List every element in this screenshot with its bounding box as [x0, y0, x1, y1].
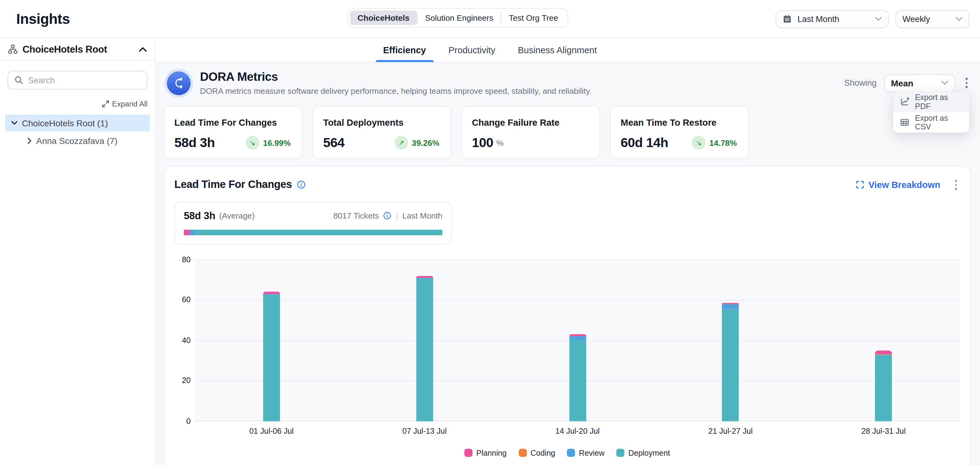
period-select-value: Last Month [798, 14, 839, 23]
y-axis-label: 80 [174, 255, 191, 264]
main-area: Efficiency Productivity Business Alignme… [156, 38, 980, 465]
chevron-down-icon [956, 17, 963, 21]
average-value: 58d 3h [184, 210, 215, 221]
gridline [195, 259, 960, 260]
bar-segment-review[interactable] [569, 336, 586, 340]
bar-2[interactable] [416, 276, 433, 421]
tree-item-label: ChoiceHotels Root (1) [22, 118, 108, 128]
section-title: Lead Time For Changes [174, 179, 292, 191]
metric-card-change-failure-rate: Change Failure Rate 100 % [461, 106, 600, 159]
progress-segment-planning [184, 229, 190, 235]
insights-app: Insights ChoiceHotels Solution Engineers… [0, 0, 980, 465]
average-label: (Average) [219, 211, 255, 220]
bar-segment-planning[interactable] [569, 334, 586, 336]
progress-segment-deployment [194, 229, 442, 235]
legend-swatch [465, 449, 473, 457]
view-breakdown-button[interactable]: View Breakdown [856, 180, 940, 190]
search-box [8, 70, 148, 89]
info-icon[interactable] [383, 211, 391, 219]
legend-item-planning[interactable]: Planning [465, 449, 507, 457]
y-axis-label: 60 [174, 296, 191, 304]
bar-segment-deployment[interactable] [722, 310, 739, 421]
granularity-select[interactable]: Weekly [896, 10, 969, 28]
period-select[interactable]: Last Month [776, 10, 889, 28]
calendar-icon [783, 14, 792, 23]
bar-segment-deployment[interactable] [263, 295, 280, 421]
menu-item-label: Export as CSV [915, 113, 963, 131]
menu-item-export-csv[interactable]: Export as CSV [893, 112, 969, 133]
trend-percent: 14.78% [709, 138, 737, 147]
dora-header: DORA Metrics DORA metrics measure softwa… [164, 70, 971, 96]
bar-4[interactable] [722, 303, 739, 421]
chevron-down-icon [11, 121, 18, 125]
tree-item-anna-scozzafava[interactable]: Anna Scozzafava (7) [8, 133, 148, 149]
org-tab-test-org-tree[interactable]: Test Org Tree [501, 11, 566, 25]
topbar-controls: Last Month Weekly [776, 10, 969, 28]
legend-swatch [616, 449, 624, 457]
trend-percent: 16.99% [263, 138, 291, 147]
tab-efficiency[interactable]: Efficiency [383, 38, 426, 62]
expand-corners-icon [856, 181, 864, 189]
trend-badge: ↘ 16.99% [245, 136, 291, 150]
legend-item-deployment[interactable]: Deployment [616, 449, 670, 457]
tab-productivity[interactable]: Productivity [449, 38, 496, 62]
chart-kebab-menu-icon[interactable] [951, 177, 960, 193]
search-input[interactable] [28, 75, 141, 85]
legend-label: Planning [476, 449, 507, 457]
trend-badge: ↘ 14.78% [692, 136, 737, 150]
bar-segment-planning[interactable] [263, 292, 280, 294]
legend-label: Deployment [628, 449, 670, 457]
showing-select[interactable]: Mean [884, 74, 955, 92]
info-icon[interactable] [297, 181, 306, 189]
chevron-right-icon [27, 138, 32, 144]
metric-card-mean-time-to-restore: Mean Time To Restore 60d 14h ↘ 14.78% [610, 106, 749, 159]
tree-item-choicehotels-root[interactable]: ChoiceHotels Root (1) [5, 115, 150, 131]
x-axis-label: 21 Jul-27 Jul [708, 427, 752, 435]
dora-kebab-menu-icon[interactable] [962, 75, 970, 91]
bar-segment-deployment[interactable] [875, 355, 892, 421]
content: DORA Metrics DORA metrics measure softwa… [156, 62, 980, 465]
org-tree-icon [8, 45, 18, 54]
bar-3[interactable] [569, 334, 586, 421]
search-icon [14, 76, 23, 85]
export-menu: Export as PDF Export as CSV [893, 91, 969, 133]
bar-1[interactable] [263, 292, 280, 421]
x-axis-label: 28 Jul-31 Jul [861, 427, 905, 435]
expand-icon [102, 100, 110, 107]
trend-percent: 39.26% [412, 138, 439, 147]
sidebar-body: Expand All ChoiceHotels Root (1) [0, 61, 155, 149]
bar-5[interactable] [875, 350, 892, 421]
tab-business-alignment[interactable]: Business Alignment [518, 38, 597, 62]
metric-title: Lead Time For Changes [174, 118, 292, 128]
showing-label: Showing [844, 78, 877, 88]
expand-all-button[interactable]: Expand All [102, 99, 148, 108]
x-axis: 01 Jul-06 Jul07 Jul-13 Jul14 Jul-20 Jul2… [195, 421, 960, 433]
menu-item-export-pdf[interactable]: Export as PDF [893, 91, 969, 112]
stage-progress-bar [184, 229, 442, 235]
dora-title: DORA Metrics [200, 70, 592, 83]
bar-segment-planning[interactable] [875, 350, 892, 355]
showing-select-value: Mean [891, 78, 913, 88]
legend-item-review[interactable]: Review [567, 449, 605, 457]
bar-segment-deployment[interactable] [416, 278, 433, 421]
org-tab-solution-engineers[interactable]: Solution Engineers [418, 11, 501, 25]
metric-card-total-deployments: Total Deployments 564 ↗ 39.26% [313, 106, 451, 159]
metric-value: 100 [472, 135, 493, 150]
y-axis-label: 20 [174, 376, 191, 385]
tree-item-label: Anna Scozzafava (7) [36, 136, 118, 146]
legend-item-coding[interactable]: Coding [519, 449, 555, 457]
bar-segment-review[interactable] [722, 304, 739, 310]
bar-segment-deployment[interactable] [569, 340, 586, 421]
chevron-down-icon [875, 17, 882, 21]
chevron-up-icon[interactable] [139, 47, 147, 52]
org-tab-choicehotels[interactable]: ChoiceHotels [350, 11, 417, 25]
period-label: Last Month [402, 211, 442, 220]
y-axis-label: 0 [174, 416, 191, 425]
separator: | [396, 211, 398, 220]
org-tree: ChoiceHotels Root (1) Anna Scozzafava (7… [8, 115, 148, 149]
dora-text: DORA Metrics DORA metrics measure softwa… [200, 70, 592, 96]
top-bar: Insights ChoiceHotels Solution Engineers… [0, 0, 980, 38]
metric-value: 564 [323, 135, 344, 150]
lead-time-stat-card: 58d 3h (Average) 8017 Tickets | Last Mon… [174, 201, 452, 244]
legend-label: Coding [530, 449, 555, 457]
